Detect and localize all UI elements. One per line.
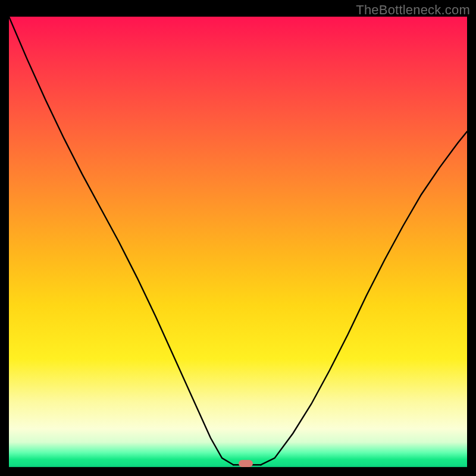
plot-area	[9, 17, 467, 467]
chart-frame: TheBottleneck.com	[0, 0, 476, 476]
curve-left-path	[9, 17, 233, 465]
optimal-marker	[239, 460, 253, 467]
baseline	[9, 466, 467, 467]
curve-right-path	[261, 131, 468, 465]
watermark-text: TheBottleneck.com	[356, 2, 470, 18]
bottleneck-curve	[9, 17, 467, 467]
